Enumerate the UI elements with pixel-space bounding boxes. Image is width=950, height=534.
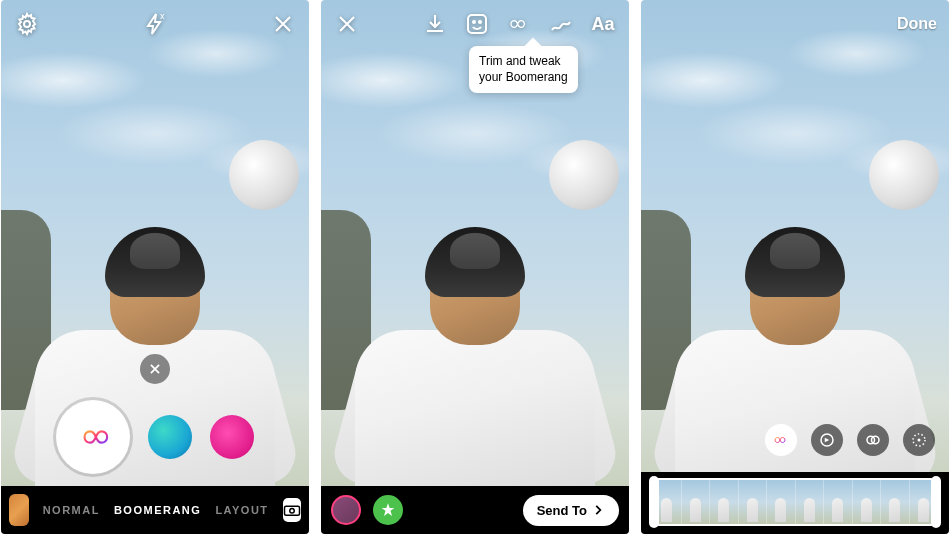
shutter-button[interactable]	[56, 400, 130, 474]
mode-boomerang[interactable]: BOOMERANG	[114, 504, 201, 516]
mode-carousel: NORMAL BOOMERANG LAYOUT	[1, 486, 309, 534]
share-bar: Send To	[321, 486, 629, 534]
camera-flip-icon[interactable]	[283, 498, 301, 522]
flash-off-icon[interactable]: x	[141, 10, 169, 38]
effect-slowmo-icon[interactable]	[811, 424, 843, 456]
effect-option-1[interactable]	[148, 415, 192, 459]
clear-capture-button[interactable]	[140, 354, 170, 384]
top-toolbar: x	[1, 0, 309, 48]
svg-point-3	[290, 509, 295, 514]
svg-text:x: x	[160, 12, 165, 21]
done-button[interactable]: Done	[897, 15, 937, 33]
timeline-frames[interactable]	[651, 478, 939, 526]
story-edit-screen: Aa Trim and tweak your Boomerang Send To	[321, 0, 629, 534]
draw-icon[interactable]	[547, 10, 575, 38]
effect-option-2[interactable]	[210, 415, 254, 459]
mode-normal[interactable]: NORMAL	[43, 504, 100, 516]
edit-toolbar: Aa	[321, 0, 629, 48]
effect-echo-icon[interactable]	[857, 424, 889, 456]
send-to-label: Send To	[537, 503, 587, 518]
close-icon[interactable]	[269, 10, 297, 38]
gallery-thumbnail[interactable]	[9, 494, 29, 526]
effect-duo-icon[interactable]	[903, 424, 935, 456]
camera-capture-screen: x NORMAL BOOMERANG LAYOUT	[1, 0, 309, 534]
svg-point-0	[24, 21, 30, 27]
shutter-row	[1, 400, 309, 474]
text-tool-icon[interactable]: Aa	[589, 10, 617, 38]
settings-icon[interactable]	[13, 10, 41, 38]
trim-handle-left[interactable]	[649, 476, 659, 528]
svg-point-11	[918, 439, 921, 442]
svg-point-5	[473, 21, 475, 23]
boomerang-trim-tooltip: Trim and tweak your Boomerang	[469, 46, 578, 93]
effect-classic-icon[interactable]	[765, 424, 797, 456]
boomerang-effects-row	[765, 424, 935, 456]
send-to-button[interactable]: Send To	[523, 495, 619, 526]
svg-rect-2	[284, 506, 299, 515]
svg-rect-4	[468, 15, 486, 33]
boomerang-trim-screen: Done	[641, 0, 949, 534]
sticker-icon[interactable]	[463, 10, 491, 38]
trim-timeline	[641, 472, 949, 534]
close-friends-button[interactable]	[373, 495, 403, 525]
trim-toolbar: Done	[641, 0, 949, 48]
your-story-avatar[interactable]	[331, 495, 361, 525]
download-icon[interactable]	[421, 10, 449, 38]
boomerang-trim-icon[interactable]	[505, 10, 533, 38]
trim-handle-right[interactable]	[931, 476, 941, 528]
close-icon[interactable]	[333, 10, 361, 38]
svg-point-6	[479, 21, 481, 23]
mode-layout[interactable]: LAYOUT	[215, 504, 268, 516]
